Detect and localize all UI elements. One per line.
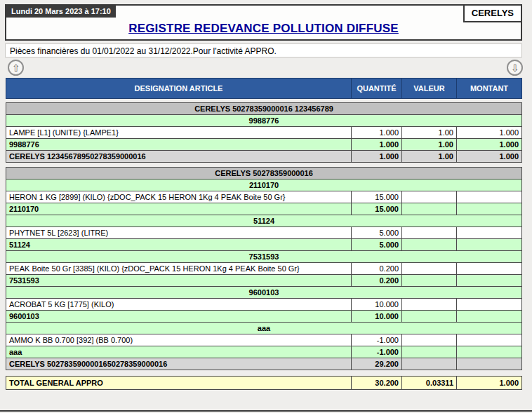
grand-total-row: TOTAL GENERAL APPRO 30.200 0.03311 1.000 bbox=[6, 377, 522, 390]
section-code-row-label: 9600103 bbox=[6, 287, 522, 299]
amount-cell bbox=[457, 239, 522, 251]
page-bottom-rule bbox=[0, 410, 532, 412]
quantity-cell: 0.200 bbox=[352, 263, 402, 275]
designation-cell: PHYTNET 5L [2623] (LITRE) bbox=[6, 227, 352, 239]
designation-cell: PEAK Boite 50 Gr [3385] (KILO) {zDOC_PAC… bbox=[6, 263, 352, 275]
designation-cell: ACROBAT 5 KG [1775] (KILO) bbox=[6, 299, 352, 311]
value-cell bbox=[402, 203, 457, 215]
amount-cell: 1.000 bbox=[457, 139, 522, 151]
value-cell bbox=[402, 346, 457, 358]
register-table-area: DESIGNATION ARTICLE QUANTITÉ VALEUR MONT… bbox=[6, 78, 521, 390]
section-subtotal-row: aaa-1.000 bbox=[6, 346, 522, 358]
value-cell bbox=[402, 358, 457, 370]
quantity-cell: 15.000 bbox=[352, 191, 402, 203]
value-cell bbox=[402, 311, 457, 323]
amount-cell bbox=[457, 299, 522, 311]
column-header-designation: DESIGNATION ARTICLE bbox=[6, 79, 352, 99]
quantity-cell: 5.000 bbox=[352, 227, 402, 239]
designation-cell: CERELYS 5027835900001650278359000016 bbox=[6, 358, 352, 370]
grand-total-table: TOTAL GENERAL APPRO 30.200 0.03311 1.000 bbox=[6, 376, 522, 390]
section-subtotal-row: 211017015.000 bbox=[6, 203, 522, 215]
designation-cell: HERON 1 KG [2899] (KILO) {zDOC_PACK 15 H… bbox=[6, 191, 352, 203]
amount-cell bbox=[457, 334, 522, 346]
article-row: AMMO K BB 0.700 [392] (BB 0.700)-1.000 bbox=[6, 334, 522, 346]
article-row: PHYTNET 5L [2623] (LITRE)5.000 bbox=[6, 227, 522, 239]
value-cell: 1.00 bbox=[402, 139, 457, 151]
grand-total-quantity: 30.200 bbox=[352, 377, 402, 390]
value-cell bbox=[402, 299, 457, 311]
quantity-cell: 10.000 bbox=[352, 299, 402, 311]
table-header: DESIGNATION ARTICLE QUANTITÉ VALEUR MONT… bbox=[6, 78, 522, 99]
quantity-cell: 1.000 bbox=[352, 127, 402, 139]
section-subtotal-row: 75315930.200 bbox=[6, 275, 522, 287]
value-cell: 1.00 bbox=[402, 151, 457, 163]
group-total-row: CERELYS 502783590000165027835900001629.2… bbox=[6, 358, 522, 370]
designation-cell: 9988776 bbox=[6, 139, 352, 151]
scroll-up-button[interactable]: ⇧ bbox=[8, 60, 24, 76]
quantity-cell: -1.000 bbox=[352, 334, 402, 346]
register-groups: CERELYS 50278359000016 1234567899988776L… bbox=[6, 102, 521, 370]
register-group-table: CERELYS 50278359000016 1234567899988776L… bbox=[6, 102, 522, 163]
quantity-cell: -1.000 bbox=[352, 346, 402, 358]
report-header-box: Lundi 20 Mars 2023 à 17:10 CERELYS REGIS… bbox=[5, 4, 522, 41]
designation-cell: 51124 bbox=[6, 239, 352, 251]
section-code-row: 7531593 bbox=[6, 251, 522, 263]
report-page: Lundi 20 Mars 2023 à 17:10 CERELYS REGIS… bbox=[0, 0, 532, 413]
datetime-label: Lundi 20 Mars 2023 à 17:10 bbox=[6, 6, 116, 18]
section-subtotal-row: 511245.000 bbox=[6, 239, 522, 251]
grand-total-amount: 1.000 bbox=[457, 377, 522, 390]
section-code-row: 9600103 bbox=[6, 287, 522, 299]
amount-cell bbox=[457, 346, 522, 358]
grand-total-label: TOTAL GENERAL APPRO bbox=[6, 377, 352, 390]
arrow-down-icon: ⇩ bbox=[511, 62, 519, 74]
amount-cell bbox=[457, 358, 522, 370]
section-code-row: 2110170 bbox=[6, 180, 522, 191]
section-code-row-label: aaa bbox=[6, 323, 522, 334]
section-code-row: 51124 bbox=[6, 215, 522, 227]
section-code-row-label: 7531593 bbox=[6, 251, 522, 263]
company-label: CERELYS bbox=[463, 6, 521, 22]
value-cell bbox=[402, 227, 457, 239]
period-label: Pièces financières du 01/01/2022 au 31/1… bbox=[5, 43, 522, 57]
register-group-table: CERELYS 502783590000162110170HERON 1 KG … bbox=[6, 167, 522, 370]
column-header-value: VALEUR bbox=[402, 79, 457, 99]
scroll-down-button[interactable]: ⇩ bbox=[507, 60, 523, 76]
group-title-row-label: CERELYS 50278359000016 bbox=[6, 168, 522, 180]
grand-total-value: 0.03311 bbox=[402, 377, 457, 390]
group-total-row: CERELYS 123456789502783590000161.0001.00… bbox=[6, 151, 522, 163]
designation-cell: LAMPE [L1] (UNITE) {LAMPE1} bbox=[6, 127, 352, 139]
value-cell bbox=[402, 263, 457, 275]
article-row: LAMPE [L1] (UNITE) {LAMPE1}1.0001.001.00… bbox=[6, 127, 522, 139]
section-code-row-label: 2110170 bbox=[6, 180, 522, 191]
designation-cell: 7531593 bbox=[6, 275, 352, 287]
amount-cell bbox=[457, 203, 522, 215]
amount-cell bbox=[457, 311, 522, 323]
quantity-cell: 1.000 bbox=[352, 151, 402, 163]
section-code-row: aaa bbox=[6, 323, 522, 334]
quantity-cell: 10.000 bbox=[352, 311, 402, 323]
value-cell bbox=[402, 239, 457, 251]
amount-cell: 1.000 bbox=[457, 151, 522, 163]
quantity-cell: 29.200 bbox=[352, 358, 402, 370]
value-cell bbox=[402, 275, 457, 287]
amount-cell bbox=[457, 263, 522, 275]
quantity-cell: 5.000 bbox=[352, 239, 402, 251]
arrow-up-icon: ⇧ bbox=[12, 62, 20, 74]
value-cell bbox=[402, 191, 457, 203]
amount-cell: 1.000 bbox=[457, 127, 522, 139]
section-subtotal-row: 99887761.0001.001.000 bbox=[6, 139, 522, 151]
amount-cell bbox=[457, 191, 522, 203]
article-row: PEAK Boite 50 Gr [3385] (KILO) {zDOC_PAC… bbox=[6, 263, 522, 275]
designation-cell: 2110170 bbox=[6, 203, 352, 215]
section-code-row-label: 51124 bbox=[6, 215, 522, 227]
designation-cell: aaa bbox=[6, 346, 352, 358]
designation-cell: CERELYS 12345678950278359000016 bbox=[6, 151, 352, 163]
section-code-row-label: 9988776 bbox=[6, 115, 522, 127]
value-cell bbox=[402, 334, 457, 346]
quantity-cell: 15.000 bbox=[352, 203, 402, 215]
article-row: ACROBAT 5 KG [1775] (KILO)10.000 bbox=[6, 299, 522, 311]
column-header-quantity: QUANTITÉ bbox=[352, 79, 402, 99]
section-subtotal-row: 960010310.000 bbox=[6, 311, 522, 323]
page-title: REGISTRE REDEVANCE POLLUTION DIFFUSE bbox=[6, 22, 521, 36]
quantity-cell: 1.000 bbox=[352, 139, 402, 151]
